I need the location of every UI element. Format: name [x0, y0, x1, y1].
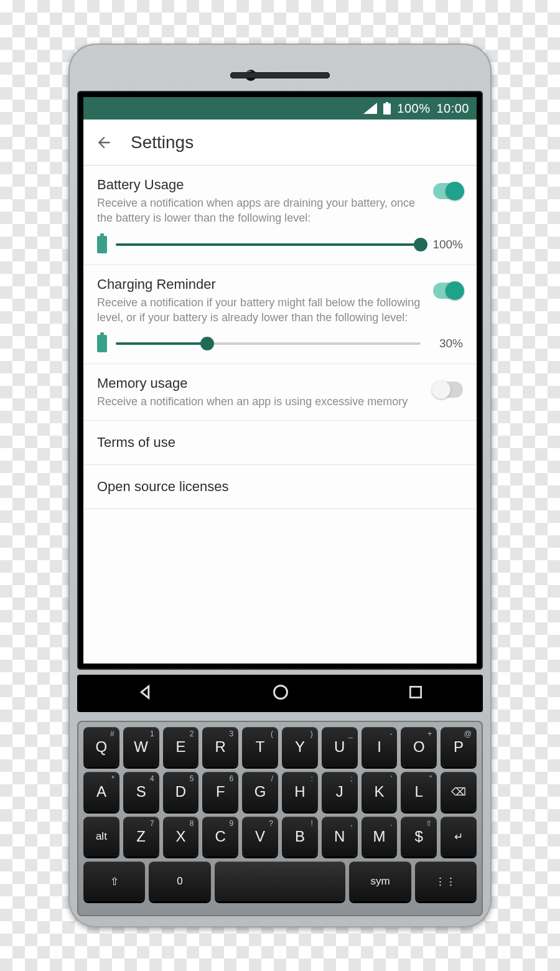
key-$[interactable]: $⇧: [401, 817, 437, 856]
key-i[interactable]: I-: [362, 727, 398, 767]
svg-point-2: [274, 686, 287, 699]
link-label: Open source licenses: [97, 479, 229, 494]
app-bar: Settings: [83, 120, 477, 166]
charging-threshold-value: 30%: [429, 337, 463, 350]
nav-recents-button[interactable]: [408, 684, 424, 703]
status-time: 10:00: [436, 101, 469, 116]
key-v[interactable]: V?: [242, 817, 278, 856]
device-top-frame: [77, 54, 483, 91]
key-⋮⋮⋮[interactable]: ⋮⋮: [415, 861, 477, 901]
square-recents-icon: [408, 684, 424, 700]
setting-charging-reminder[interactable]: Charging Reminder Receive a notification…: [83, 265, 477, 365]
screen: 100% 10:00 Settings Battery Usage Receiv…: [83, 97, 477, 664]
key-alt[interactable]: alt: [83, 817, 119, 856]
key-sym[interactable]: sym: [349, 861, 411, 901]
key-l[interactable]: L": [401, 772, 437, 812]
back-button[interactable]: [95, 133, 113, 152]
battery-level-icon: [97, 236, 107, 253]
circle-home-icon: [272, 683, 289, 701]
nav-back-button[interactable]: [136, 683, 154, 703]
battery-threshold-value: 100%: [429, 238, 463, 251]
signal-icon: [363, 103, 377, 114]
triangle-back-icon: [136, 683, 154, 701]
key-g[interactable]: G/: [242, 772, 278, 812]
key-p[interactable]: P@: [441, 727, 477, 767]
screen-frame: 100% 10:00 Settings Battery Usage Receiv…: [77, 91, 483, 670]
key-0[interactable]: 0: [149, 861, 210, 901]
charging-reminder-toggle[interactable]: [433, 283, 463, 299]
key-y[interactable]: Y): [282, 727, 318, 767]
key-u[interactable]: U_: [322, 727, 358, 767]
key-space[interactable]: [215, 861, 346, 901]
svg-rect-3: [410, 687, 421, 697]
key-o[interactable]: O+: [401, 727, 437, 767]
charging-threshold-slider[interactable]: [116, 342, 421, 345]
svg-rect-0: [383, 103, 391, 115]
key-d[interactable]: D5: [163, 772, 199, 812]
key-z[interactable]: Z7: [123, 817, 159, 856]
key-j[interactable]: J;: [322, 772, 358, 812]
key-⇧[interactable]: ⇧: [83, 861, 145, 901]
earpiece-speaker: [230, 72, 330, 78]
key-f[interactable]: F6: [202, 772, 238, 812]
page-title: Settings: [131, 133, 194, 152]
battery-usage-toggle[interactable]: [433, 183, 463, 199]
settings-list: Battery Usage Receive a notification whe…: [83, 166, 477, 664]
key-h[interactable]: H:: [282, 772, 318, 812]
physical-keyboard: Q#W1E2R3T(Y)U_I-O+P@ A*S4D5F6G/H:J;K'L"⌫…: [77, 721, 483, 916]
setting-description: Receive a notification when an app is us…: [97, 394, 424, 409]
key-x[interactable]: X8: [163, 817, 199, 856]
phone-device: 100% 10:00 Settings Battery Usage Receiv…: [68, 44, 492, 927]
battery-icon: [383, 102, 391, 115]
key-e[interactable]: E2: [163, 727, 199, 767]
setting-description: Receive a notification if your battery m…: [97, 295, 424, 326]
arrow-left-icon: [95, 134, 113, 151]
setting-title: Charging Reminder: [97, 276, 424, 293]
key-s[interactable]: S4: [123, 772, 159, 812]
android-nav-bar: [77, 675, 483, 712]
terms-of-use-link[interactable]: Terms of use: [83, 421, 477, 465]
key-n[interactable]: N,: [322, 817, 358, 856]
setting-title: Battery Usage: [97, 177, 424, 193]
status-battery-text: 100%: [397, 101, 430, 116]
key-a[interactable]: A*: [83, 772, 119, 812]
key-t[interactable]: T(: [242, 727, 278, 767]
key-r[interactable]: R3: [202, 727, 238, 767]
link-label: Terms of use: [97, 434, 175, 450]
battery-threshold-slider[interactable]: [116, 243, 421, 246]
nav-home-button[interactable]: [272, 683, 289, 703]
key-↵[interactable]: ↵: [441, 817, 477, 856]
key-q[interactable]: Q#: [83, 727, 119, 767]
key-b[interactable]: B!: [282, 817, 318, 856]
setting-title: Memory usage: [97, 375, 424, 392]
memory-usage-toggle[interactable]: [433, 382, 463, 398]
setting-battery-usage[interactable]: Battery Usage Receive a notification whe…: [83, 166, 477, 265]
battery-level-icon: [97, 335, 107, 352]
key-c[interactable]: C9: [202, 817, 238, 856]
key-⌫[interactable]: ⌫: [441, 772, 477, 812]
open-source-licenses-link[interactable]: Open source licenses: [83, 465, 477, 509]
setting-memory-usage[interactable]: Memory usage Receive a notification when…: [83, 364, 477, 421]
setting-description: Receive a notification when apps are dra…: [97, 195, 424, 226]
key-m[interactable]: M.: [362, 817, 398, 856]
svg-rect-1: [386, 102, 388, 103]
key-k[interactable]: K': [362, 772, 398, 812]
key-w[interactable]: W1: [123, 727, 159, 767]
status-bar: 100% 10:00: [83, 97, 477, 120]
